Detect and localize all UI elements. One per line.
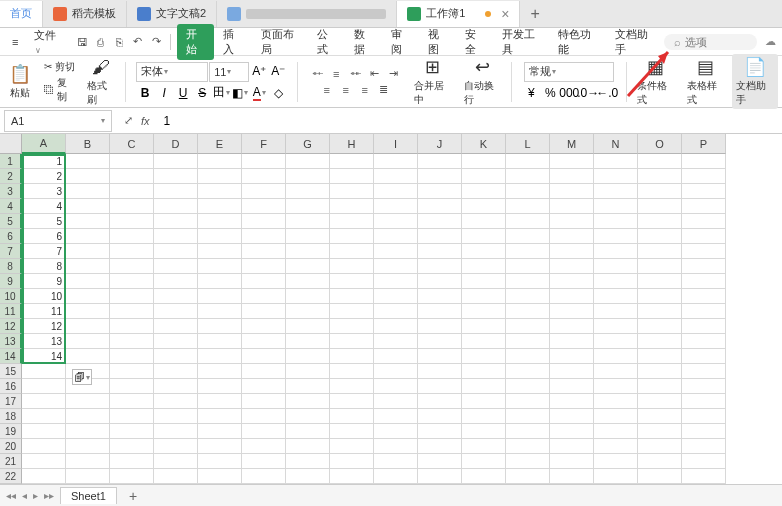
cell[interactable] — [242, 214, 286, 229]
column-header[interactable]: G — [286, 134, 330, 154]
cell[interactable] — [330, 244, 374, 259]
cell[interactable] — [374, 289, 418, 304]
new-tab-button[interactable]: + — [520, 5, 549, 23]
cell[interactable] — [506, 424, 550, 439]
align-center-button[interactable]: ≡ — [337, 83, 355, 97]
cell[interactable]: 1 — [22, 154, 66, 169]
border-button[interactable]: 田▾ — [212, 84, 230, 102]
search-input[interactable] — [685, 36, 745, 48]
cell[interactable] — [110, 454, 154, 469]
cell[interactable] — [154, 304, 198, 319]
cell[interactable] — [198, 229, 242, 244]
cell[interactable] — [286, 184, 330, 199]
cell[interactable] — [462, 229, 506, 244]
cell[interactable] — [154, 394, 198, 409]
cell[interactable] — [66, 319, 110, 334]
column-header[interactable]: A — [22, 134, 66, 154]
row-header[interactable]: 2 — [0, 169, 22, 184]
cell[interactable] — [594, 439, 638, 454]
cell[interactable] — [374, 394, 418, 409]
row-header[interactable]: 11 — [0, 304, 22, 319]
cell[interactable]: 2 — [22, 169, 66, 184]
align-right-button[interactable]: ≡ — [356, 83, 374, 97]
increase-decimal-button[interactable]: .0→ — [579, 84, 597, 102]
cell[interactable] — [198, 319, 242, 334]
cell[interactable] — [462, 334, 506, 349]
cell[interactable] — [462, 394, 506, 409]
cell[interactable] — [418, 409, 462, 424]
cell[interactable] — [638, 244, 682, 259]
cell[interactable] — [638, 229, 682, 244]
decrease-font-button[interactable]: A⁻ — [269, 62, 287, 80]
cell[interactable] — [682, 304, 726, 319]
cell[interactable] — [462, 424, 506, 439]
cell[interactable] — [374, 229, 418, 244]
cell[interactable] — [66, 304, 110, 319]
cell[interactable] — [506, 319, 550, 334]
ribbon-tab-0[interactable]: 开始 — [177, 24, 214, 60]
cell[interactable] — [110, 424, 154, 439]
cell[interactable] — [154, 454, 198, 469]
row-header[interactable]: 21 — [0, 454, 22, 469]
currency-button[interactable]: ¥ — [522, 84, 540, 102]
cell[interactable] — [418, 439, 462, 454]
align-middle-button[interactable]: ≡ — [327, 67, 345, 81]
cell[interactable] — [286, 409, 330, 424]
doc-assistant-button[interactable]: 📄 文档助手 — [732, 54, 778, 109]
close-icon[interactable]: × — [501, 6, 509, 22]
cell[interactable] — [330, 184, 374, 199]
cell[interactable] — [682, 334, 726, 349]
cell[interactable] — [682, 274, 726, 289]
cell[interactable] — [110, 169, 154, 184]
cell[interactable] — [506, 214, 550, 229]
cell[interactable] — [110, 304, 154, 319]
row-header[interactable]: 17 — [0, 394, 22, 409]
cell[interactable] — [506, 184, 550, 199]
cell[interactable] — [110, 319, 154, 334]
cell[interactable] — [418, 424, 462, 439]
cell[interactable] — [638, 349, 682, 364]
cell[interactable] — [154, 334, 198, 349]
cell[interactable] — [594, 274, 638, 289]
cell[interactable] — [638, 364, 682, 379]
cell[interactable] — [638, 154, 682, 169]
row-header[interactable]: 4 — [0, 199, 22, 214]
italic-button[interactable]: I — [155, 84, 173, 102]
cell[interactable] — [550, 289, 594, 304]
cell[interactable]: 7 — [22, 244, 66, 259]
autofill-options-button[interactable]: 🗐▾ — [72, 369, 92, 385]
cell[interactable] — [198, 469, 242, 484]
cell[interactable] — [682, 169, 726, 184]
column-header[interactable]: J — [418, 134, 462, 154]
table-style-button[interactable]: ▤ 表格样式 — [683, 54, 729, 109]
cell[interactable] — [330, 334, 374, 349]
cell[interactable] — [242, 394, 286, 409]
cell[interactable] — [506, 259, 550, 274]
cell[interactable] — [374, 304, 418, 319]
column-header[interactable]: B — [66, 134, 110, 154]
cell[interactable] — [242, 469, 286, 484]
cell[interactable] — [198, 169, 242, 184]
cell[interactable] — [418, 169, 462, 184]
cell[interactable] — [154, 199, 198, 214]
cell[interactable] — [506, 274, 550, 289]
cell[interactable] — [242, 199, 286, 214]
fill-color-button[interactable]: ◧▾ — [231, 84, 249, 102]
cell[interactable] — [594, 349, 638, 364]
save-icon[interactable]: 🖫 — [74, 33, 91, 51]
cell[interactable] — [550, 469, 594, 484]
align-justify-button[interactable]: ≣ — [375, 83, 393, 97]
cell[interactable] — [462, 469, 506, 484]
ribbon-tab-1[interactable]: 插入 — [214, 24, 251, 60]
cell[interactable] — [638, 199, 682, 214]
cell[interactable] — [330, 229, 374, 244]
cell[interactable] — [682, 154, 726, 169]
cell[interactable] — [242, 259, 286, 274]
cell[interactable] — [330, 274, 374, 289]
cell[interactable] — [110, 184, 154, 199]
cell[interactable] — [374, 184, 418, 199]
column-header[interactable]: D — [154, 134, 198, 154]
cell[interactable] — [66, 349, 110, 364]
cell[interactable]: 12 — [22, 319, 66, 334]
cell[interactable] — [506, 229, 550, 244]
